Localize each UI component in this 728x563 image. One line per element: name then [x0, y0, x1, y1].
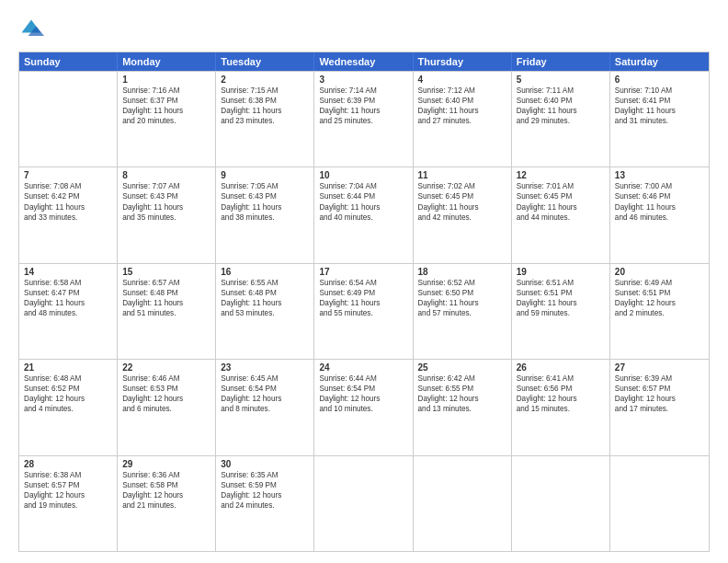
cell-info-line: Sunset: 6:47 PM — [24, 288, 112, 298]
cell-info-line: and 29 minutes. — [517, 116, 605, 126]
day-cell-22: 22Sunrise: 6:46 AMSunset: 6:53 PMDayligh… — [118, 360, 216, 454]
day-cell-1: 1Sunrise: 7:16 AMSunset: 6:37 PMDaylight… — [118, 72, 216, 167]
cell-info-line: Sunset: 6:51 PM — [615, 288, 704, 298]
cell-info-line: and 10 minutes. — [319, 404, 407, 414]
day-cell-12: 12Sunrise: 7:01 AMSunset: 6:45 PMDayligh… — [512, 167, 610, 262]
cell-info-line: and 17 minutes. — [615, 404, 704, 414]
day-number: 22 — [122, 362, 210, 373]
cell-info-line: Sunset: 6:44 PM — [319, 191, 407, 201]
cell-info-line: Sunrise: 7:01 AM — [517, 181, 605, 191]
cell-info-line: Daylight: 11 hours — [221, 298, 309, 308]
day-number: 21 — [24, 362, 112, 373]
cell-info-line: Sunset: 6:43 PM — [221, 191, 309, 201]
cell-info-line: and 23 minutes. — [221, 116, 309, 126]
day-cell-29: 29Sunrise: 6:36 AMSunset: 6:58 PMDayligh… — [118, 456, 216, 551]
cell-info-line: and 53 minutes. — [221, 308, 309, 318]
calendar: SundayMondayTuesdayWednesdayThursdayFrid… — [18, 52, 710, 552]
cell-info-line: Sunset: 6:48 PM — [221, 288, 309, 298]
calendar-row-1: 1Sunrise: 7:16 AMSunset: 6:37 PMDaylight… — [19, 71, 709, 167]
day-number: 18 — [418, 267, 506, 277]
logo-icon — [18, 17, 44, 42]
cell-info-line: Daylight: 11 hours — [615, 202, 704, 213]
day-number: 8 — [122, 170, 210, 180]
calendar-row-2: 7Sunrise: 7:08 AMSunset: 6:42 PMDaylight… — [19, 167, 709, 262]
cell-info-line: Daylight: 11 hours — [221, 106, 309, 116]
cell-info-line: Sunset: 6:55 PM — [418, 384, 506, 394]
day-number: 30 — [221, 459, 309, 469]
day-cell-25: 25Sunrise: 6:42 AMSunset: 6:55 PMDayligh… — [414, 360, 512, 454]
day-cell-8: 8Sunrise: 7:07 AMSunset: 6:43 PMDaylight… — [118, 167, 216, 262]
day-header-sunday: Sunday — [19, 52, 118, 71]
day-cell-10: 10Sunrise: 7:04 AMSunset: 6:44 PMDayligh… — [314, 167, 413, 262]
calendar-header: SundayMondayTuesdayWednesdayThursdayFrid… — [19, 52, 709, 71]
cell-info-line: Sunrise: 7:00 AM — [615, 181, 704, 191]
cell-info-line: Sunrise: 6:54 AM — [319, 278, 407, 288]
cell-info-line: Daylight: 11 hours — [517, 202, 605, 213]
cell-info-line: Sunset: 6:39 PM — [319, 96, 407, 106]
cell-info-line: and 8 minutes. — [221, 404, 309, 414]
calendar-row-5: 28Sunrise: 6:38 AMSunset: 6:57 PMDayligh… — [19, 455, 709, 551]
cell-info-line: and 38 minutes. — [221, 213, 309, 223]
day-cell-5: 5Sunrise: 7:11 AMSunset: 6:40 PMDaylight… — [512, 72, 610, 167]
cell-info-line: Daylight: 11 hours — [418, 202, 506, 213]
cell-info-line: and 27 minutes. — [418, 116, 506, 126]
cell-info-line: Daylight: 11 hours — [122, 106, 210, 116]
cell-info-line: Sunset: 6:57 PM — [24, 480, 112, 490]
cell-info-line: Sunset: 6:50 PM — [418, 288, 506, 298]
cell-info-line: Sunrise: 7:08 AM — [24, 181, 112, 191]
day-cell-27: 27Sunrise: 6:39 AMSunset: 6:57 PMDayligh… — [610, 360, 709, 454]
cell-info-line: Sunset: 6:57 PM — [615, 384, 704, 394]
day-number: 20 — [615, 267, 704, 277]
cell-info-line: Sunrise: 7:02 AM — [418, 181, 506, 191]
cell-info-line: Sunset: 6:58 PM — [122, 480, 210, 490]
cell-info-line: Sunrise: 7:10 AM — [615, 86, 704, 96]
cell-info-line: Daylight: 12 hours — [24, 490, 112, 500]
day-header-saturday: Saturday — [610, 52, 709, 71]
day-cell-23: 23Sunrise: 6:45 AMSunset: 6:54 PMDayligh… — [216, 360, 314, 454]
day-number: 29 — [122, 459, 210, 469]
cell-info-line: Daylight: 11 hours — [319, 202, 407, 213]
day-number: 1 — [122, 75, 210, 85]
cell-info-line: Daylight: 11 hours — [24, 298, 112, 308]
cell-info-line: and 13 minutes. — [418, 404, 506, 414]
cell-info-line: Sunset: 6:54 PM — [319, 384, 407, 394]
calendar-body: 1Sunrise: 7:16 AMSunset: 6:37 PMDaylight… — [19, 71, 709, 551]
cell-info-line: Sunrise: 6:42 AM — [418, 373, 506, 384]
cell-info-line: Daylight: 11 hours — [517, 298, 605, 308]
day-header-wednesday: Wednesday — [314, 52, 413, 71]
day-cell-16: 16Sunrise: 6:55 AMSunset: 6:48 PMDayligh… — [216, 264, 314, 359]
cell-info-line: Daylight: 12 hours — [517, 394, 605, 404]
calendar-row-4: 21Sunrise: 6:48 AMSunset: 6:52 PMDayligh… — [19, 359, 709, 454]
cell-info-line: and 40 minutes. — [319, 213, 407, 223]
empty-cell — [314, 456, 413, 551]
cell-info-line: Sunset: 6:45 PM — [517, 191, 605, 201]
cell-info-line: Sunrise: 7:05 AM — [221, 181, 309, 191]
cell-info-line: Sunrise: 6:57 AM — [122, 278, 210, 288]
cell-info-line: Sunset: 6:45 PM — [418, 191, 506, 201]
cell-info-line: Sunset: 6:41 PM — [615, 96, 704, 106]
day-number: 3 — [319, 75, 407, 85]
day-cell-30: 30Sunrise: 6:35 AMSunset: 6:59 PMDayligh… — [216, 456, 314, 551]
cell-info-line: Sunset: 6:42 PM — [24, 191, 112, 201]
day-cell-19: 19Sunrise: 6:51 AMSunset: 6:51 PMDayligh… — [512, 264, 610, 359]
day-cell-3: 3Sunrise: 7:14 AMSunset: 6:39 PMDaylight… — [314, 72, 413, 167]
cell-info-line: Sunrise: 7:07 AM — [122, 181, 210, 191]
day-cell-15: 15Sunrise: 6:57 AMSunset: 6:48 PMDayligh… — [118, 264, 216, 359]
cell-info-line: Daylight: 12 hours — [122, 394, 210, 404]
cell-info-line: Sunrise: 6:48 AM — [24, 373, 112, 384]
cell-info-line: and 57 minutes. — [418, 308, 506, 318]
cell-info-line: Sunset: 6:49 PM — [319, 288, 407, 298]
cell-info-line: Daylight: 11 hours — [221, 202, 309, 213]
cell-info-line: Daylight: 11 hours — [615, 106, 704, 116]
cell-info-line: Sunset: 6:53 PM — [122, 384, 210, 394]
cell-info-line: and 48 minutes. — [24, 308, 112, 318]
cell-info-line: and 20 minutes. — [122, 116, 210, 126]
day-cell-4: 4Sunrise: 7:12 AMSunset: 6:40 PMDaylight… — [414, 72, 512, 167]
cell-info-line: Sunrise: 6:44 AM — [319, 373, 407, 384]
cell-info-line: and 33 minutes. — [24, 213, 112, 223]
cell-info-line: and 59 minutes. — [517, 308, 605, 318]
empty-cell — [610, 456, 709, 551]
cell-info-line: Daylight: 12 hours — [615, 394, 704, 404]
cell-info-line: Daylight: 12 hours — [319, 394, 407, 404]
cell-info-line: Daylight: 11 hours — [319, 298, 407, 308]
